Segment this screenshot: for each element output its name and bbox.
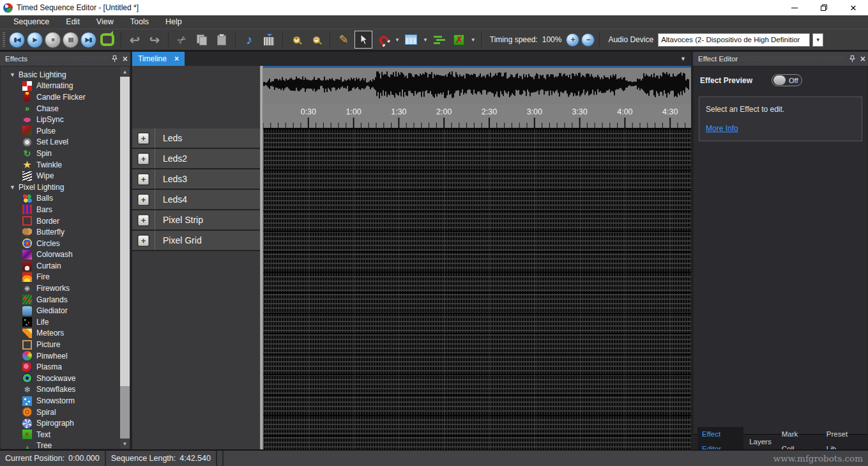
effect-item-pulse[interactable]: Pulse [1, 125, 120, 137]
expand-row-button[interactable] [138, 174, 149, 185]
menu-tools[interactable]: Tools [122, 15, 157, 29]
effect-item-life[interactable]: Life [1, 316, 120, 328]
menu-view[interactable]: View [88, 15, 122, 29]
paste-button[interactable] [213, 31, 231, 49]
effect-item-spirograph[interactable]: Spirograph [1, 417, 120, 429]
align-button[interactable] [430, 31, 448, 49]
effect-item-balls[interactable]: Balls [1, 193, 120, 205]
copy-button[interactable] [193, 31, 211, 49]
timeline-row-pixel-grid[interactable]: Pixel Grid [132, 231, 260, 251]
restore-icon[interactable] [809, 0, 839, 15]
collapse-arrow-icon[interactable]: ▼ [10, 184, 19, 190]
redo-button[interactable]: ↪ [146, 31, 164, 49]
effect-item-shockwave[interactable]: Shockwave [1, 373, 120, 384]
expand-row-button[interactable] [138, 235, 149, 246]
snap-button[interactable] [374, 31, 392, 49]
effect-preview-toggle[interactable]: Off [772, 74, 802, 86]
timeline-row-leds[interactable]: Leds [132, 128, 260, 149]
effect-item-pinwheel[interactable]: Pinwheel [1, 350, 120, 362]
effect-item-border[interactable]: Border [1, 215, 120, 227]
audio-waveform[interactable] [263, 66, 691, 104]
scroll-thumb[interactable] [120, 77, 130, 386]
effect-item-tree[interactable]: Tree [1, 440, 120, 449]
audio-device-select[interactable]: Altavoces (2- Dispositivo de High Defini… [658, 33, 810, 47]
dock-tab-mark-coll[interactable]: Mark Coll... [777, 427, 821, 449]
scroll-down-icon[interactable]: ▼ [120, 439, 130, 449]
tab-close-icon[interactable]: × [174, 54, 179, 63]
effect-item-twinkle[interactable]: ★Twinkle [1, 159, 120, 171]
dock-tab-effect-editor[interactable]: Effect Editor [697, 427, 743, 449]
category-basic-lighting[interactable]: ▼Basic Lighting [1, 69, 120, 81]
play-button[interactable]: ▶ [27, 32, 43, 48]
effect-item-curtain[interactable]: Curtain [1, 260, 120, 272]
effect-item-colorwash[interactable]: Colorwash [1, 249, 120, 261]
menu-sequence[interactable]: Sequence [5, 15, 57, 29]
effect-item-wipe[interactable]: Wipe [1, 170, 120, 182]
effect-item-lipsync[interactable]: LipSync [1, 114, 120, 125]
effect-editor-close-icon[interactable]: × [860, 54, 865, 63]
skip-end-button[interactable]: ▶▮ [80, 32, 96, 48]
minimize-icon[interactable] [780, 0, 809, 15]
category-pixel-lighting[interactable]: ▼Pixel Lighting [1, 182, 120, 193]
menu-help[interactable]: Help [157, 15, 190, 29]
cut-button[interactable]: ✂ [173, 31, 191, 49]
effect-item-snowstorm[interactable]: Snowstorm [1, 395, 120, 407]
timeline-grid[interactable] [263, 128, 691, 449]
effect-item-set-level[interactable]: Set Level [1, 137, 120, 148]
effects-scrollbar[interactable]: ▲ ▼ [120, 66, 130, 449]
toolbar-grip[interactable] [3, 33, 5, 47]
expand-row-button[interactable] [138, 133, 149, 144]
audio-device-dropdown-icon[interactable]: ▼ [812, 33, 823, 47]
more-info-link[interactable]: More Info [706, 124, 738, 133]
scroll-up-icon[interactable]: ▲ [120, 66, 130, 77]
effect-item-meteors[interactable]: Meteors [1, 328, 120, 339]
snap-dropdown-icon[interactable]: ▼ [395, 37, 400, 43]
close-gaps-dropdown-icon[interactable]: ▼ [471, 37, 476, 43]
effect-item-garlands[interactable]: Garlands [1, 294, 120, 306]
timeline-row-leds2[interactable]: Leds2 [132, 149, 260, 169]
dock-tab-layers[interactable]: Layers [745, 435, 776, 449]
timing-speed-decrease-button[interactable]: − [581, 33, 595, 47]
effect-item-glediator[interactable]: Glediator [1, 305, 120, 316]
effect-item-text[interactable]: ×Text [1, 429, 120, 440]
dock-tab-preset-lib[interactable]: Preset Lib... [822, 427, 867, 449]
timeline-row-leds3[interactable]: Leds3 [132, 169, 260, 190]
effect-item-plasma[interactable]: Plasma [1, 361, 120, 373]
tab-list-dropdown-icon[interactable]: ▼ [680, 56, 686, 62]
effect-item-chase[interactable]: »Chase [1, 103, 120, 114]
effect-item-spin[interactable]: ↻Spin [1, 148, 120, 159]
timing-speed-increase-button[interactable]: + [566, 33, 579, 47]
grid-dropdown-icon[interactable]: ▼ [423, 37, 428, 43]
beat-marks-button[interactable] [260, 31, 278, 49]
close-gaps-button[interactable]: ✗ [450, 31, 468, 49]
collapse-arrow-icon[interactable]: ▼ [10, 72, 19, 78]
pin-icon[interactable] [112, 55, 118, 63]
effect-item-fireworks[interactable]: Fireworks [1, 283, 120, 294]
zoom-in-button[interactable]: + [287, 31, 305, 49]
expand-row-button[interactable] [138, 215, 149, 226]
rewind-button[interactable]: ▮◀ [9, 32, 25, 48]
selection-mode-button[interactable] [354, 31, 372, 49]
tab-timeline[interactable]: Timeline × [132, 52, 185, 66]
undo-button[interactable]: ↩ [126, 31, 144, 49]
effects-close-icon[interactable]: × [123, 54, 128, 63]
menu-edit[interactable]: Edit [57, 15, 88, 29]
loop-button[interactable] [98, 31, 116, 49]
grid-options-button[interactable] [402, 31, 420, 49]
effect-item-snowflakes[interactable]: ❄Snowflakes [1, 384, 120, 396]
timeline-row-pixel-strip[interactable]: Pixel Strip [132, 210, 260, 231]
pause-button[interactable]: ▮▮ [63, 32, 79, 48]
zoom-out-button[interactable]: − [307, 31, 325, 49]
effect-item-candle-flicker[interactable]: Candle Flicker [1, 91, 120, 103]
close-icon[interactable] [839, 0, 868, 15]
audio-toggle-button[interactable]: ♪ [240, 31, 258, 49]
time-ruler[interactable]: 0:301:001:302:002:303:003:304:004:30 [263, 104, 691, 128]
stop-button[interactable]: ■ [45, 32, 61, 48]
effect-item-butterfly[interactable]: Butterfly [1, 226, 120, 238]
effect-item-bars[interactable]: Bars [1, 204, 120, 215]
draw-mode-button[interactable]: ✎ [335, 31, 353, 49]
effect-item-alternating[interactable]: Alternating [1, 81, 120, 92]
pin-icon[interactable] [849, 55, 855, 63]
effect-item-picture[interactable]: Picture [1, 339, 120, 350]
effect-item-spiral[interactable]: Spiral [1, 407, 120, 418]
